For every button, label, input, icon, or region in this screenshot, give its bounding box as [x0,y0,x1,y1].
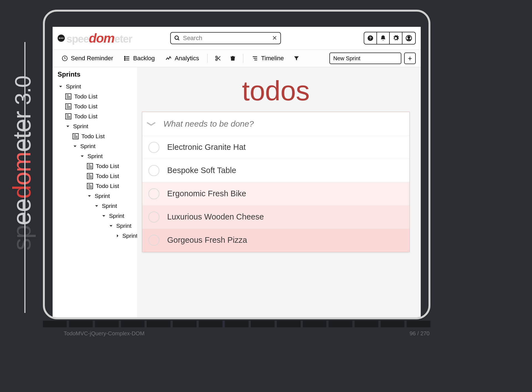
tree-list-item[interactable]: Todo List [54,171,137,181]
search-box[interactable]: ✕ [170,32,281,44]
logo-icon [58,35,65,42]
bell-icon [380,35,386,41]
todo-checkbox[interactable] [148,142,159,153]
chevron-down-icon[interactable] [87,194,92,198]
delete-button[interactable] [227,53,239,63]
todo-item[interactable]: Electronic Granite Hat [142,136,409,159]
help-button[interactable]: ? [364,32,377,44]
timeline-button[interactable]: Timeline [248,53,288,64]
brand-sidebar: speedometer 3.0 [3,0,42,326]
tree-sprint-item[interactable]: Sprint [54,141,137,151]
progress-ticks [43,321,430,327]
tree-sprint-item[interactable]: Sprint [54,82,137,92]
todo-item[interactable]: Ergonomic Fresh Bike [142,182,409,205]
todo-list-icon [87,163,93,169]
search-icon [174,35,180,41]
todo-checkbox[interactable] [148,165,159,176]
tree-sprint-item[interactable]: Sprint [54,221,137,231]
chevron-down-icon[interactable] [73,144,78,148]
svg-point-10 [124,56,125,57]
todo-item-label: Ergonomic Fresh Bike [167,189,246,198]
tree-sprint-item[interactable]: Sprint [54,201,137,211]
tree-list-item[interactable]: Todo List [54,111,137,121]
todos-title: todos [142,75,410,107]
chevron-down-icon[interactable] [94,204,99,208]
new-todo-row [142,112,409,136]
svg-point-11 [124,58,125,59]
backlog-button[interactable]: Backlog [120,53,159,64]
tree-list-item[interactable]: Todo List [54,101,137,111]
todo-list-icon [87,173,93,179]
clock-icon [61,55,68,62]
todo-list-icon [73,133,79,139]
logo-text: speedometer [66,31,132,46]
tree-list-item[interactable]: Todo List [54,131,137,141]
chevron-down-icon[interactable] [65,124,70,128]
tree-sprint-item[interactable]: Sprint [54,191,137,201]
tree-sprint-item[interactable]: Sprint [54,151,137,161]
settings-button[interactable] [390,32,402,44]
tree-list-item[interactable]: Todo List [54,181,137,191]
brand-text: speedometer 3.0 [8,76,37,250]
main-panel: todos Electronic Granite HatBespoke Soft… [137,67,421,317]
tree-sprint-item[interactable]: Sprint [54,211,137,221]
svg-point-14 [216,59,217,61]
todo-item[interactable]: Luxurious Wooden Cheese [142,205,409,229]
toggle-all-button[interactable] [146,121,156,127]
svg-point-0 [175,36,179,40]
brand-underline [24,42,25,313]
trash-icon [230,55,236,62]
tree-sprint-item[interactable]: Sprint [54,121,137,131]
plus-icon: + [408,54,412,63]
todo-item[interactable]: Bespoke Soft Table [142,159,409,182]
timeline-label: Timeline [261,55,284,62]
chevron-down-icon[interactable] [101,214,106,218]
backlog-label: Backlog [133,55,155,62]
todo-list-icon [65,103,71,109]
add-sprint-button[interactable]: + [404,53,416,64]
list-icon [124,55,130,62]
chevron-right-icon[interactable] [116,234,120,238]
tree-item-label: Todo List [74,93,97,100]
filter-icon [293,55,299,61]
chevron-down-icon[interactable] [109,224,113,228]
tree-item-label: Todo List [96,183,119,189]
todo-checkbox[interactable] [148,235,159,246]
help-icon: ? [367,35,374,41]
user-icon [406,35,412,41]
todo-item[interactable]: Gorgeous Fresh Pizza [142,229,409,252]
header: speedometer ✕ ? [53,27,421,50]
todo-checkbox[interactable] [148,211,159,223]
tree-list-item[interactable]: Todo List [54,92,137,101]
todo-item-label: Gorgeous Fresh Pizza [167,236,247,245]
send-reminder-label: Send Reminder [71,55,113,62]
chevron-down-icon[interactable] [80,154,85,158]
notifications-button[interactable] [377,32,390,44]
filter-button[interactable] [291,54,302,63]
todo-checkbox[interactable] [148,188,159,199]
tree-item-label: Sprint [73,123,88,130]
account-button[interactable] [402,32,415,44]
toolbar-separator [243,54,243,63]
gear-icon [392,35,399,41]
brand-version: 3.0 [11,76,35,105]
svg-line-1 [178,39,179,40]
send-reminder-button[interactable]: Send Reminder [58,53,117,64]
new-todo-input[interactable] [163,119,404,129]
new-sprint-input[interactable] [329,53,401,64]
chevron-down-icon[interactable] [58,85,63,88]
timeline-icon [252,55,258,62]
tree-list-item[interactable]: Todo List [54,161,137,171]
tree-sprint-item[interactable]: Sprint [54,231,137,241]
app-frame: speedometer ✕ ? [43,10,430,319]
tree-panel[interactable]: Sprints SprintTodo ListTodo ListTodo Lis… [53,67,137,317]
chevron-down-icon [146,121,156,127]
cut-button[interactable] [212,53,224,63]
tree-item-label: Sprint [66,83,81,90]
search-input[interactable] [183,35,272,42]
tree-item-label: Sprint [95,193,110,199]
clear-search-icon[interactable]: ✕ [272,35,277,42]
tree-item-label: Todo List [81,133,105,140]
tree-item-label: Sprint [109,213,124,219]
analytics-button[interactable]: Analytics [161,53,203,64]
